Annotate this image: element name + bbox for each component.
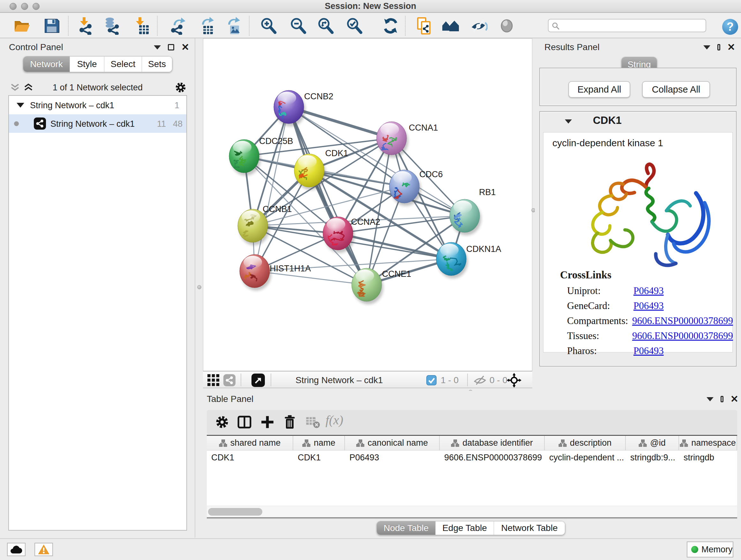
warning-status-button[interactable]	[35, 543, 53, 556]
network-graph[interactable]: CCNB2CCNA1CDC25BCDK1CDC6RB1CCNB1CCNA2CDK…	[203, 39, 532, 371]
control-tab-select[interactable]: Select	[105, 57, 142, 72]
table-horizontal-scrollbar[interactable]	[207, 506, 737, 517]
svg-text:CDKN1A: CDKN1A	[466, 244, 501, 254]
crosslink-value[interactable]: 9606.ENSP00000378699	[632, 330, 733, 341]
crosslinks-title: CrossLinks	[560, 269, 611, 281]
left-splitter-handle[interactable]	[197, 285, 201, 289]
zoom-in-button[interactable]	[259, 17, 277, 35]
collection-count: 1	[165, 101, 179, 111]
table-panel-title: Table Panel	[207, 394, 253, 404]
control-panel-title: Control Panel	[9, 42, 63, 52]
table-tabs: Node TableEdge TableNetwork Table	[377, 521, 565, 535]
table-row[interactable]: CDK1CDK1P064939606.ENSP00000378699cyclin…	[207, 450, 737, 464]
svg-text:CCNE1: CCNE1	[382, 269, 411, 279]
import-database-button[interactable]	[104, 17, 121, 35]
collection-expand-icon[interactable]	[17, 103, 24, 108]
crosslink-value[interactable]: 9606.ENSP00000378699	[632, 315, 733, 327]
crosslink-label: Tissues:	[567, 330, 632, 341]
open-in-browser-icon[interactable]	[252, 374, 265, 387]
table-cell[interactable]: 9606.ENSP00000378699	[440, 450, 545, 464]
zoom-fit-button[interactable]	[317, 17, 334, 35]
column-header-canonical-name[interactable]: canonical name	[345, 436, 440, 450]
network-options-gear-icon[interactable]	[174, 81, 187, 94]
close-panel-icon[interactable]: ✕	[731, 396, 738, 402]
zoom-out-button[interactable]	[289, 17, 307, 35]
table-tab-edge-table[interactable]: Edge Table	[435, 521, 494, 535]
zoom-selected-button[interactable]	[345, 17, 363, 35]
save-session-button[interactable]	[43, 17, 61, 35]
float-panel-icon[interactable]	[721, 396, 724, 402]
close-panel-icon[interactable]: ✕	[727, 44, 735, 51]
cloud-icon	[10, 545, 23, 554]
table-cell[interactable]: cyclin-dependent ...	[545, 450, 626, 464]
delete-row-icon[interactable]	[282, 415, 297, 430]
selected-checkbox-icon[interactable]	[426, 375, 436, 385]
refresh-button[interactable]	[382, 17, 400, 35]
table-tab-node-table[interactable]: Node Table	[377, 521, 435, 535]
collapse-all-button[interactable]: Collapse All	[642, 81, 710, 98]
column-header-shared-name[interactable]: shared name	[207, 436, 293, 450]
add-row-icon[interactable]	[260, 415, 275, 430]
crosslink-label: GeneCard:	[567, 300, 633, 312]
close-panel-icon[interactable]: ✕	[181, 44, 189, 51]
section-collapse-icon[interactable]	[565, 119, 572, 124]
hide-selected-button[interactable]	[470, 17, 488, 35]
copy-style-button[interactable]	[415, 17, 433, 35]
table-cell[interactable]: stringdb	[679, 450, 737, 464]
float-menu-icon[interactable]	[154, 45, 161, 50]
collection-label: String Network – cdk1	[30, 101, 114, 111]
float-menu-icon[interactable]	[706, 397, 714, 401]
status-bar: Memory	[0, 538, 741, 560]
main-toolbar: ?	[0, 13, 741, 38]
import-network-button[interactable]	[76, 17, 94, 35]
export-network-button[interactable]	[169, 17, 187, 35]
network-row-selected[interactable]: String Network – cdk1 11 48	[9, 114, 186, 133]
help-button[interactable]: ?	[721, 18, 739, 36]
table-cell[interactable]: stringdb:9...	[626, 450, 679, 464]
expand-all-button[interactable]: Expand All	[568, 81, 630, 98]
control-tab-sets[interactable]: Sets	[142, 57, 172, 72]
column-header-description[interactable]: description	[545, 436, 626, 450]
network-collection-row[interactable]: String Network – cdk1 1	[9, 96, 186, 114]
export-table-button[interactable]	[198, 17, 215, 35]
string-view-icon[interactable]	[223, 374, 235, 386]
first-neighbors-button[interactable]	[441, 17, 459, 35]
table-cell[interactable]: P06493	[345, 450, 440, 464]
table-cell[interactable]: CDK1	[293, 450, 345, 464]
crosslink-value[interactable]: P06493	[633, 300, 664, 312]
close-window-button[interactable]	[10, 3, 17, 10]
crosslinks-list: Uniprot:P06493GeneCard:P06493Compartment…	[567, 285, 733, 360]
show-all-button[interactable]	[498, 17, 516, 35]
column-header--id[interactable]: @id	[626, 436, 679, 450]
crosslink-label: Uniprot:	[567, 285, 633, 297]
zoom-window-button[interactable]	[32, 3, 40, 10]
fit-content-crosshair-icon[interactable]	[507, 373, 522, 388]
table-tab-network-table[interactable]: Network Table	[494, 521, 565, 535]
float-panel-icon[interactable]	[168, 44, 174, 51]
table-cell[interactable]: CDK1	[207, 450, 293, 464]
memory-button[interactable]: Memory	[687, 542, 733, 557]
float-menu-icon[interactable]	[703, 45, 711, 50]
search-input[interactable]	[548, 19, 706, 32]
scrollbar-thumb[interactable]	[208, 508, 262, 516]
network-view[interactable]: CCNB2CCNA1CDC25BCDK1CDC6RB1CCNB1CCNA2CDK…	[203, 38, 532, 371]
open-session-button[interactable]	[13, 17, 31, 35]
import-table-button[interactable]	[132, 17, 150, 35]
column-header-database-identifier[interactable]: database identifier	[440, 436, 545, 450]
show-columns-icon[interactable]	[237, 415, 252, 430]
control-tab-style[interactable]: Style	[70, 57, 105, 72]
export-image-button[interactable]	[224, 17, 242, 35]
grid-view-icon[interactable]	[207, 374, 219, 386]
minimize-window-button[interactable]	[21, 3, 28, 10]
control-tab-network[interactable]: Network	[23, 57, 70, 72]
crosslink-value[interactable]: P06493	[633, 285, 664, 297]
crosslink-value[interactable]: P06493	[633, 345, 664, 357]
column-header-name[interactable]: name	[293, 436, 345, 450]
float-panel-icon[interactable]	[718, 44, 720, 51]
cloud-status-button[interactable]	[7, 543, 25, 556]
column-header-namespace[interactable]: namespace	[679, 436, 737, 450]
svg-text:CCNB2: CCNB2	[304, 91, 333, 101]
expand-collapse-box: Expand All Collapse All	[539, 68, 737, 106]
table-gear-icon[interactable]	[214, 415, 230, 430]
crosslink-label: Pharos:	[567, 345, 633, 357]
